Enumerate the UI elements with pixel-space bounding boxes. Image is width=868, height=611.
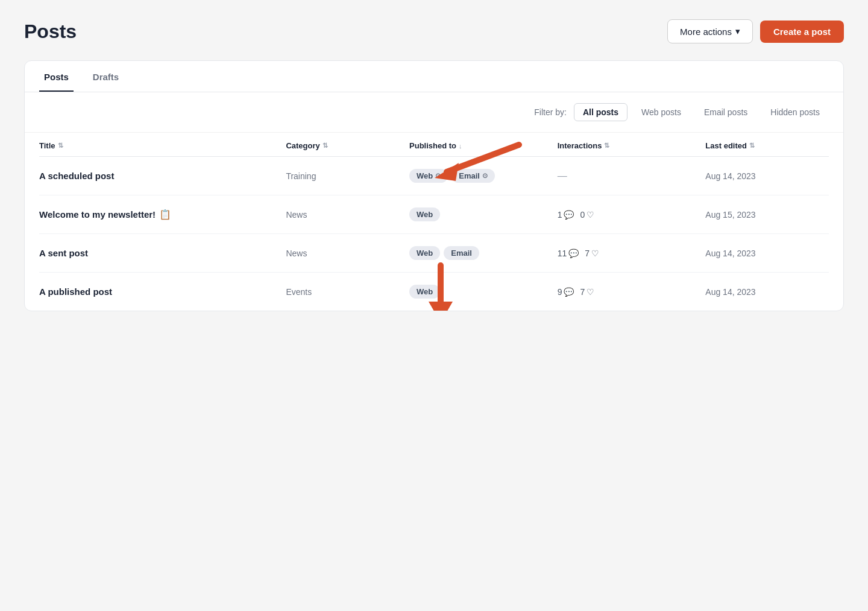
chevron-down-icon: ▾ [735,26,740,37]
cell-category: News [286,210,409,220]
page-title: Posts [24,21,77,43]
create-post-button[interactable]: Create a post [760,21,844,43]
sort-icon-published: ↓ [459,142,462,150]
badge-web: Web [409,207,440,221]
cell-title: A sent post [39,248,286,258]
tab-posts[interactable]: Posts [39,61,74,92]
cell-interactions: — [558,171,706,182]
cell-category: Training [286,171,409,181]
cell-title: A published post [39,287,286,297]
comment-count: 11 💬 [558,249,579,258]
heart-icon: ♡ [591,249,599,258]
filter-label: Filter by: [534,107,567,117]
sort-icon-title: ⇅ [58,142,63,150]
main-card: Posts Drafts Filter by: All posts Web po… [24,60,844,311]
filter-hidden-posts[interactable]: Hidden posts [761,103,829,121]
cell-published: Web Email [409,246,558,260]
table-row[interactable]: A sent post News Web Email 11 💬 7 ♡ [39,234,829,273]
like-count: 7 ♡ [580,287,594,297]
cell-last-edited: Aug 14, 2023 [705,249,829,258]
like-count: 7 ♡ [585,249,599,258]
cell-published: Web ⊙ Email ⊙ [409,169,558,183]
filter-web-posts[interactable]: Web posts [632,103,690,121]
filter-all-posts[interactable]: All posts [574,103,627,121]
sort-icon-last-edited: ⇅ [749,142,755,150]
table-header: Title ⇅ Category ⇅ Published to ↓ Intera… [39,133,829,157]
more-actions-button[interactable]: More actions ▾ [667,19,753,43]
cell-last-edited: Aug 14, 2023 [705,171,829,181]
sort-icon-category: ⇅ [322,142,328,150]
col-header-interactions[interactable]: Interactions ⇅ [558,141,706,150]
badge-web: Web ⊙ [409,169,448,183]
cell-title: Welcome to my newsletter! 📋 [39,209,286,220]
badge-email: Email ⊙ [451,169,495,183]
more-actions-label: More actions [680,27,732,37]
col-header-category[interactable]: Category ⇅ [286,141,409,150]
heart-icon: ♡ [587,210,594,220]
filter-email-posts[interactable]: Email posts [695,103,756,121]
clock-icon: ⊙ [435,172,441,180]
comment-count: 1 💬 [558,210,574,220]
cell-last-edited: Aug 14, 2023 [705,287,829,297]
header-actions: More actions ▾ Create a post [667,19,844,43]
comment-count: 9 💬 [558,287,574,297]
badge-web: Web [409,246,440,260]
badge-email: Email [444,246,479,260]
cell-published: Web [409,285,558,299]
cell-category: Events [286,287,409,297]
like-count: 0 ♡ [580,210,594,220]
cell-title: A scheduled post [39,171,286,181]
table-row[interactable]: A scheduled post Training Web ⊙ Email ⊙ … [39,157,829,195]
cell-interactions: 11 💬 7 ♡ [558,249,706,258]
clock-icon: ⊙ [482,172,488,180]
comment-icon: 💬 [564,287,574,297]
page-header: Posts More actions ▾ Create a post [24,19,844,43]
posts-table: Title ⇅ Category ⇅ Published to ↓ Intera… [25,133,843,311]
table-row[interactable]: Welcome to my newsletter! 📋 News Web 1 💬… [39,195,829,234]
col-header-published[interactable]: Published to ↓ [409,141,558,150]
col-header-last-edited[interactable]: Last edited ⇅ [705,141,829,150]
sort-icon-interactions: ⇅ [604,142,609,150]
cell-published: Web [409,207,558,221]
comment-icon: 💬 [568,249,579,258]
cell-last-edited: Aug 15, 2023 [705,210,829,220]
cell-category: News [286,249,409,258]
filter-bar: Filter by: All posts Web posts Email pos… [25,92,843,133]
cell-interactions: 9 💬 7 ♡ [558,287,706,297]
badge-web: Web [409,285,440,299]
heart-icon: ♡ [587,287,594,297]
tab-drafts[interactable]: Drafts [88,61,124,92]
tabs: Posts Drafts [25,61,843,92]
col-header-title[interactable]: Title ⇅ [39,141,286,150]
table-row[interactable]: A published post Events Web 9 💬 7 ♡ Aug … [39,273,829,311]
newsletter-icon: 📋 [159,209,171,220]
comment-icon: 💬 [564,210,574,220]
cell-interactions: 1 💬 0 ♡ [558,210,706,220]
